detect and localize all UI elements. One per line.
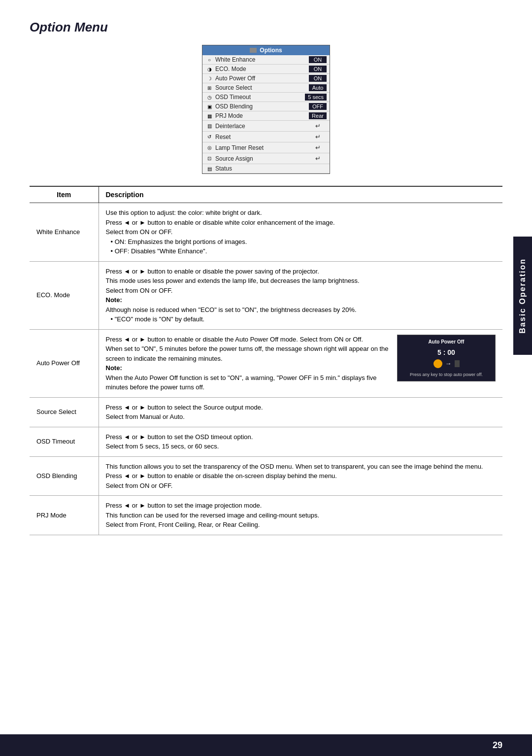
menu-row-status: ▤ Status — [202, 164, 330, 173]
eco-icon: ◑ — [205, 66, 213, 72]
table-row-eco-mode: ECO. Mode Press ◄ or ► button to enable … — [30, 261, 502, 329]
menu-row-source-select: ⊞ Source Select Auto — [202, 83, 330, 93]
side-tab-text: Basic Operation — [518, 258, 527, 334]
table-header-item: Item — [30, 186, 99, 203]
menu-row-source-assign: ⊡ Source Assign ↵ — [202, 153, 330, 164]
options-menu-container: Options ○ White Enhance ON ◑ ECO. Mode O… — [30, 45, 502, 174]
options-menu-title: Options — [202, 45, 330, 55]
deinterlace-icon: ▥ — [205, 123, 213, 129]
auto-power-inline-time: 5 : 00 — [402, 347, 490, 358]
menu-row-prj-mode: ▦ PRJ Mode Rear — [202, 111, 330, 121]
menu-row-lamp-timer-reset: ◎ Lamp Timer Reset ↵ — [202, 142, 330, 153]
osd-timeout-icon: ◷ — [205, 94, 213, 100]
item-prj-mode: PRJ Mode — [30, 496, 99, 535]
auto-power-inline-image: Auto Power Off 5 : 00 → Press any key to… — [397, 335, 496, 382]
desc-osd-timeout: Press ◄ or ► button to set the OSD timeo… — [99, 427, 502, 456]
auto-power-inline-icons: → — [402, 359, 490, 369]
desc-prj-mode: Press ◄ or ► button to set the image pro… — [99, 496, 502, 535]
auto-power-inline-note: Press any key to stop auto power off. — [402, 371, 490, 378]
auto-power-inline-title: Auto Power Off — [402, 338, 490, 346]
desc-auto-power-off: Auto Power Off 5 : 00 → Press any key to… — [99, 329, 502, 397]
item-source-select: Source Select — [30, 397, 99, 427]
table-header-description: Description — [99, 186, 502, 203]
main-table: Item Description White Enhance Use this … — [30, 186, 502, 535]
menu-row-reset: ↺ Reset ↵ — [202, 132, 330, 142]
item-osd-blending: OSD Blending — [30, 456, 99, 496]
page-container: Option Menu Options ○ White Enhance ON ◑… — [0, 0, 532, 756]
menu-row-eco-mode: ◑ ECO. Mode ON — [202, 65, 330, 74]
side-tab: Basic Operation — [513, 237, 532, 355]
menu-row-auto-power-off: ☽ Auto Power Off ON — [202, 74, 330, 83]
table-row-source-select: Source Select Press ◄ or ► button to sel… — [30, 397, 502, 427]
table-row-prj-mode: PRJ Mode Press ◄ or ► button to set the … — [30, 496, 502, 535]
options-menu: Options ○ White Enhance ON ◑ ECO. Mode O… — [202, 45, 330, 174]
source-assign-icon: ⊡ — [205, 156, 213, 162]
osd-blending-icon: ▣ — [205, 103, 213, 109]
item-auto-power-off: Auto Power Off — [30, 329, 99, 397]
auto-power-icon: ☽ — [205, 75, 213, 81]
lamp-timer-icon: ◎ — [205, 145, 213, 151]
item-osd-timeout: OSD Timeout — [30, 427, 99, 456]
menu-row-deinterlace: ▥ Deinterlace ↵ — [202, 121, 330, 132]
page-number: 29 — [493, 740, 502, 751]
white-enhance-icon: ○ — [205, 57, 213, 63]
menu-row-osd-timeout: ◷ OSD Timeout 5 secs — [202, 93, 330, 102]
desc-white-enhance: Use this option to adjust: the color: wh… — [99, 203, 502, 262]
table-row-auto-power-off: Auto Power Off Auto Power Off 5 : 00 → P… — [30, 329, 502, 397]
desc-osd-blending: This function allows you to set the tran… — [99, 456, 502, 496]
table-row-osd-blending: OSD Blending This function allows you to… — [30, 456, 502, 496]
menu-icon — [250, 48, 257, 53]
status-icon: ▤ — [205, 166, 213, 172]
source-select-icon: ⊞ — [205, 85, 213, 91]
menu-row-osd-blending: ▣ OSD Blending OFF — [202, 102, 330, 111]
table-row-osd-timeout: OSD Timeout Press ◄ or ► button to set t… — [30, 427, 502, 456]
desc-source-select: Press ◄ or ► button to select the Source… — [99, 397, 502, 427]
desc-eco-mode: Press ◄ or ► button to enable or disable… — [99, 261, 502, 329]
reset-icon: ↺ — [205, 134, 213, 140]
menu-row-white-enhance: ○ White Enhance ON — [202, 55, 330, 65]
page-number-bar: 29 — [0, 734, 532, 756]
item-white-enhance: White Enhance — [30, 203, 99, 262]
table-row-white-enhance: White Enhance Use this option to adjust:… — [30, 203, 502, 262]
item-eco-mode: ECO. Mode — [30, 261, 99, 329]
prj-mode-icon: ▦ — [205, 113, 213, 119]
page-title: Option Menu — [30, 20, 502, 35]
